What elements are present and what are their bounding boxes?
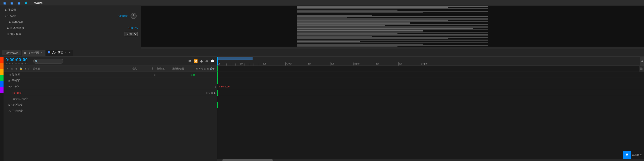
layer-search-input[interactable] <box>33 59 63 63</box>
ruler-right-scroll[interactable]: ◀ <box>640 57 644 66</box>
keyframe-row-evolution <box>217 78 644 84</box>
timeline-area: 0:00:00:00 XXXXX (XXXXX) XXX ⇄ 🔀 ◆ ⊕ 💬 ●… <box>0 57 644 161</box>
scroll-thumb[interactable] <box>222 159 273 161</box>
sub-timecode: XXXXX (XXXXX) XXX <box>6 62 30 65</box>
main-timecode[interactable]: 0:00:00:00 <box>6 58 28 62</box>
evolution-collapse[interactable]: ▾ <box>5 15 6 17</box>
tab-close-2[interactable]: × <box>65 51 67 54</box>
tab-menu-icon[interactable]: ≡ <box>69 51 70 54</box>
tab-text-anim1-label: 文本动画 <box>28 51 39 54</box>
tick-210 <box>376 62 376 66</box>
evolution-dial[interactable] <box>131 13 137 19</box>
opacity-expand[interactable]: ▶ <box>7 27 9 29</box>
svg-rect-14 <box>297 22 410 24</box>
timeline-scrollbar[interactable] <box>217 159 644 161</box>
child-settings-name: 子设置 <box>12 79 216 83</box>
ruler-0100f: 01:00f <box>285 62 292 65</box>
tab-text-anim2[interactable]: 文本动画 × ≡ <box>46 50 73 56</box>
column-headers: ● ◉ ◉ 🔒 ■ # 源名称 模式 T TrkMat 父级和链接 ⚙ ✦ ⚙ … <box>4 66 217 72</box>
ev-icon4[interactable]: ▶ <box>214 91 216 94</box>
tick-20 <box>263 62 263 66</box>
tab-text-anim2-label: 文本动画 <box>52 51 63 54</box>
tl-icon-graph[interactable]: 🔀 <box>193 59 198 63</box>
evolution-stopwatch[interactable]: ◷ <box>7 14 9 18</box>
timeline-content: ⛓ time*3000 <box>217 66 644 159</box>
evolution-name: 演化 <box>14 85 114 89</box>
svg-rect-31 <box>297 45 488 46</box>
ev-icon1[interactable]: ≡ <box>206 91 208 94</box>
tick-100 <box>285 62 286 66</box>
ev-icon2[interactable]: ∿ <box>208 91 210 94</box>
tab-text-anim1[interactable]: 文本动画 × <box>22 50 45 56</box>
col-label-icon: ■ <box>24 67 27 70</box>
opacity-stopwatch-tl[interactable]: ◷ <box>9 110 11 112</box>
complexity-stopwatch-icon[interactable]: ◷ <box>9 73 11 76</box>
kf-line-complexity-0 <box>217 66 218 72</box>
svg-rect-1 <box>297 6 488 7</box>
color-band-purple <box>0 87 4 93</box>
svg-rect-10 <box>297 17 347 18</box>
left-color-strip <box>0 57 4 161</box>
tab-close-1[interactable]: × <box>41 51 43 54</box>
evo-options-expand[interactable]: ▶ <box>9 21 11 23</box>
expression-name: 表达式: 演化 <box>13 97 216 101</box>
preview-panel: ⊞ 🖥 ⊕ 100% ▾ ⊡ ⊟ 0:00:00:00 📷 ◉ 完整 1/2 <box>141 6 644 55</box>
tl-icon-link[interactable]: ⊕ <box>205 59 209 63</box>
blend-mode-select[interactable]: 正常 <box>125 32 138 36</box>
glitch-svg <box>297 6 488 47</box>
toolbar-btn-blue2[interactable]: ▣ <box>9 0 15 6</box>
svg-rect-23 <box>297 34 488 36</box>
evolution-collapse-icon[interactable]: ▾ <box>9 85 10 88</box>
evo-options-expand-tl[interactable]: ▶ <box>9 104 11 106</box>
toolbar-btn-blue1[interactable]: ▣ <box>2 0 8 6</box>
col-mode-header: 模式 <box>131 67 151 71</box>
tick-200 <box>353 62 353 66</box>
keyframe-row-expr <box>217 90 644 96</box>
svg-rect-29 <box>297 42 488 43</box>
tick-110 <box>308 62 308 66</box>
evolution-label: 演化 <box>10 14 16 18</box>
tab-square-2 <box>48 51 50 53</box>
child-settings-expand-tl[interactable]: ▶ <box>9 79 11 82</box>
timeline-controls: 0:00:00:00 XXXXX (XXXXX) XXX ⇄ 🔀 ◆ ⊕ 💬 <box>4 57 217 66</box>
ev-icon3[interactable]: ◉ <box>211 91 213 94</box>
opacity-row: ▶ ◷ 不透明度 100.0% <box>0 25 141 31</box>
tl-icon-comment[interactable]: 💬 <box>210 59 215 63</box>
layer-row-expression: 表达式: 演化 <box>4 96 217 102</box>
svg-rect-12 <box>297 20 448 21</box>
col-icon7: ▶ <box>213 67 215 70</box>
complexity-circle-icon: ○ <box>154 73 156 76</box>
expression-text-display: time*3000 <box>219 85 230 88</box>
svg-rect-15 <box>297 24 488 25</box>
color-band-orange <box>0 63 4 69</box>
evolution-stopwatch-tl[interactable]: ◷ <box>10 85 13 88</box>
toolbar-btn-tool[interactable]: ⚒ <box>23 0 29 6</box>
svg-rect-17 <box>297 26 488 28</box>
toolbar-btn-blue3[interactable]: ▣ <box>16 0 22 6</box>
svg-rect-2 <box>297 7 448 8</box>
evolution-row-icons: ≡ ∿ ◉ ▶ <box>206 91 216 94</box>
keyframe-row-evo-value: time*3000 <box>217 84 644 90</box>
color-band-blue <box>0 81 4 87</box>
opacity-stopwatch[interactable]: ◷ <box>10 27 12 29</box>
row-chain-icon: ⛓ <box>640 67 643 70</box>
evolution-options-row: ▶ 演化选项 <box>0 19 141 25</box>
tl-icon-keyframe[interactable]: ◆ <box>200 59 203 63</box>
timeline-ruler[interactable]: 0f 10f 20f 01:00f 10f 20f 02:p0f 10f 20f… <box>217 57 644 66</box>
vis-audio-icon: ◉ <box>10 67 14 70</box>
blend-stopwatch[interactable]: ◷ <box>7 33 9 36</box>
svg-rect-4 <box>297 10 397 11</box>
svg-rect-30 <box>297 44 423 45</box>
ruler-20f-1: 20f <box>263 62 266 65</box>
tl-icon-settings[interactable]: ⇄ <box>188 59 192 63</box>
col-icon4: ◎ <box>204 67 206 70</box>
tick-300 <box>421 62 421 66</box>
tab-bodymovin[interactable]: Bodymovin <box>2 50 21 55</box>
tick-220 <box>398 62 399 66</box>
ruler-0300f: 03:p0f <box>421 62 427 65</box>
child-settings-expand[interactable]: ▶ <box>5 9 7 11</box>
svg-rect-7 <box>297 14 488 14</box>
timecode-block: 0:00:00:00 XXXXX (XXXXX) XXX <box>6 58 30 65</box>
top-toolbar: ▣ ▣ ▣ ⚒ Wave <box>0 0 644 6</box>
col-right-icons: ⚙ ✦ ⚙ ◎ ◉ 🔊 ▶ <box>196 67 215 70</box>
